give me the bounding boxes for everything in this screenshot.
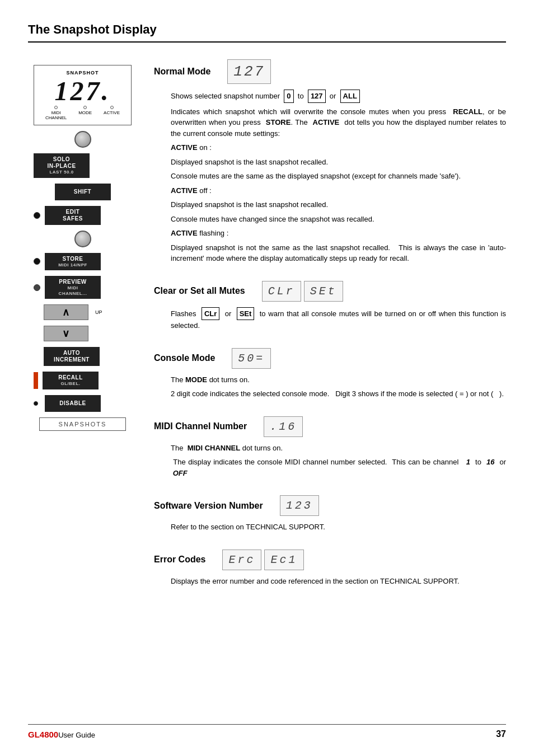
store-container: STORE MIDI 14/NPF (34, 253, 132, 271)
midi-display: .16 (264, 416, 303, 437)
software-display: 123 (280, 495, 319, 516)
active-off-head: ACTIVE off : (171, 185, 506, 196)
normal-mode-body: Shows selected snapshot number 0 to 127 … (154, 90, 506, 264)
up-arrow-icon: ∧ (62, 306, 70, 318)
preview-led (34, 284, 40, 291)
recall-button[interactable]: RECALL GL/BEL. (43, 372, 99, 389)
section-midi-channel: MIDI Channel Number .16 The MIDI CHANNEL… (154, 416, 506, 479)
error-displays: Erc Ec1 (222, 550, 303, 570)
store-label: STORE (63, 256, 83, 262)
normal-mode-display: 127 (227, 59, 271, 84)
section-console-mode: Console Mode 50= The MODE dot turns on. … (154, 348, 506, 400)
section-console-mode-header: Console Mode 50= (154, 348, 506, 369)
shift-label: SHIFT (74, 189, 91, 195)
snapshots-box: SNAPSHOTS (39, 417, 126, 431)
disable-container: DISABLE (34, 395, 132, 412)
edit-safes-button[interactable]: EDITSAFES (45, 206, 101, 225)
footer-brand-container: GL4800User Guide (28, 730, 95, 739)
active-label-dot: ACTIVE (104, 110, 120, 115)
page-title: The Snapshot Display (28, 22, 506, 43)
footer-brand-suffix: User Guide (58, 731, 95, 739)
store-button[interactable]: STORE MIDI 14/NPF (45, 253, 101, 271)
midi-dot (54, 106, 58, 109)
console-mode-display: 50= (232, 348, 271, 369)
knob-2[interactable] (74, 231, 91, 247)
right-content: Normal Mode 127 Shows selected snapshot … (137, 59, 506, 603)
preview-container: PREVIEW MIDICHANNEL... (34, 276, 132, 299)
active-flash-head: ACTIVE flashing : (171, 228, 506, 239)
knob-1[interactable] (74, 131, 91, 148)
midi-dot-para: The MIDI CHANNEL dot turns on. (171, 443, 506, 454)
solo-in-place-label: SOLOIN-PLACE (47, 156, 76, 170)
up-sub: UP (95, 309, 102, 315)
mode-label: MODE (78, 110, 92, 115)
solo-in-place-sub: LAST 50.0 (49, 170, 73, 175)
software-para: Refer to the section on TECHNICAL SUPPOR… (171, 522, 506, 533)
section-software-header: Software Version Number 123 (154, 495, 506, 516)
error-codes-body: Displays the error number and code refer… (154, 576, 506, 587)
section-midi-header: MIDI Channel Number .16 (154, 416, 506, 437)
value-all: ALL (340, 90, 360, 103)
ec1-display: Ec1 (264, 550, 303, 570)
disable-led (34, 401, 38, 406)
active-on-para2: Console mutes are the same as the displa… (171, 171, 506, 182)
active-on-para1: Displayed snapshot is the last snapshot … (171, 157, 506, 168)
section-normal-mode-header: Normal Mode 127 (154, 59, 506, 84)
section-error-codes: Error Codes Erc Ec1 Displays the error n… (154, 550, 506, 587)
active-off-para1: Displayed snapshot is the last snapshot … (171, 199, 506, 210)
clear-set-body: Flashes CLr or SEt to warn that all cons… (154, 307, 506, 331)
mode-dot-para: The MODE dot turns on. (171, 374, 506, 386)
dot-midi: MIDICHANNEL (45, 106, 67, 120)
shift-button[interactable]: SHIFT (55, 184, 111, 200)
mode-digit-para: 2 digit code indicates the selected cons… (171, 388, 506, 400)
recall-led (34, 372, 38, 389)
down-button[interactable]: ∨ (44, 326, 88, 341)
preview-button[interactable]: PREVIEW MIDICHANNEL... (45, 276, 101, 299)
up-container: ∧ UP (34, 304, 132, 320)
section-normal-mode: Normal Mode 127 Shows selected snapshot … (154, 59, 506, 264)
software-version-body: Refer to the section on TECHNICAL SUPPOR… (154, 522, 506, 533)
disable-button[interactable]: DISABLE (45, 395, 101, 412)
up-button[interactable]: ∧ (44, 304, 88, 320)
down-arrow-icon: ∨ (62, 327, 70, 340)
solo-in-place-container: SOLOIN-PLACE LAST 50.0 (34, 153, 132, 178)
snapshot-label: SNAPSHOT (40, 70, 125, 76)
auto-increment-button[interactable]: AUTOINCREMENT (44, 347, 100, 366)
midi-channel-body: The MIDI CHANNEL dot turns on. The displ… (154, 443, 506, 479)
active-flash-para: Displayed snapshot is not the same as th… (171, 242, 506, 264)
preview-label: PREVIEW (59, 279, 87, 285)
snapshot-number: 127. (40, 78, 125, 105)
preview-sub: MIDICHANNEL... (59, 285, 87, 296)
software-version-title: Software Version Number (154, 501, 263, 511)
snapshot-dots: MIDICHANNEL MODE ACTIVE (40, 106, 125, 120)
auto-increment-container: AUTOINCREMENT (34, 347, 132, 366)
section-software-version: Software Version Number 123 Refer to the… (154, 495, 506, 533)
edit-safes-container: EDITSAFES (34, 206, 132, 225)
dot-active: ACTIVE (104, 106, 120, 120)
section-clear-set: Clear or Set all Mutes CLr SEt Flashes C… (154, 281, 506, 331)
solo-in-place-button[interactable]: SOLOIN-PLACE LAST 50.0 (34, 153, 90, 178)
main-layout: SNAPSHOT 127. MIDICHANNEL MODE ACTIVE (28, 59, 506, 603)
recall-container: RECALL GL/BEL. (34, 372, 132, 389)
section-error-header: Error Codes Erc Ec1 (154, 550, 506, 570)
footer-brand: GL4800 (28, 730, 58, 739)
section-clear-set-header: Clear or Set all Mutes CLr SEt (154, 281, 506, 302)
clr-box: CLr (202, 307, 219, 321)
store-led (34, 258, 40, 265)
clear-set-title: Clear or Set all Mutes (154, 286, 245, 296)
mode-dot (83, 106, 87, 109)
active-off-para2: Console mutes have changed since the sna… (171, 214, 506, 225)
shift-container: SHIFT (34, 184, 132, 200)
console-mode-title: Console Mode (154, 353, 215, 363)
set-box: SEt (237, 307, 255, 321)
midi-channel-title: MIDI Channel Number (154, 421, 247, 431)
erc-display: Erc (222, 550, 261, 570)
edit-safes-label: EDITSAFES (63, 209, 83, 222)
error-codes-para: Displays the error number and code refer… (171, 576, 506, 587)
midi-label: MIDICHANNEL (45, 110, 67, 120)
snapshots-title: SNAPSHOTS (44, 421, 121, 428)
console-mode-body: The MODE dot turns on. 2 digit code indi… (154, 374, 506, 400)
value-127: 127 (308, 90, 326, 103)
set-display: SEt (304, 281, 343, 302)
footer: GL4800User Guide 37 (28, 724, 506, 739)
